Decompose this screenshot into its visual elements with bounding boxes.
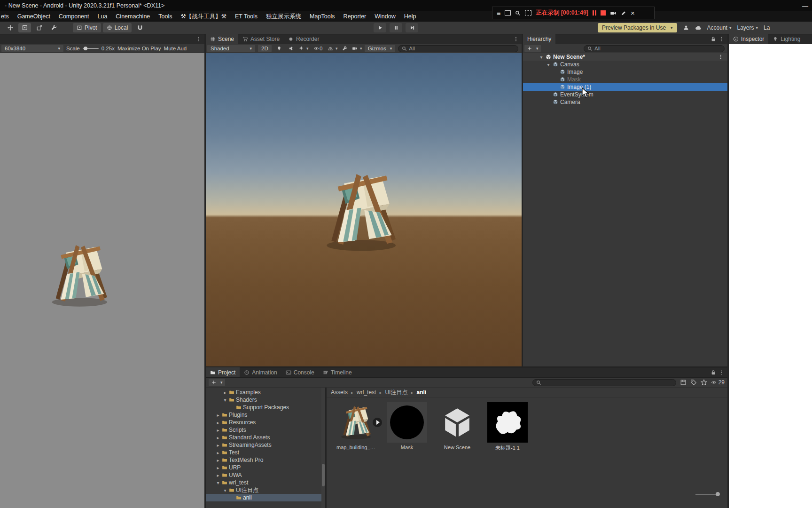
2d-toggle-button[interactable]: 2D bbox=[258, 45, 272, 52]
expand-arrow-icon[interactable]: ▸ bbox=[216, 443, 220, 448]
hierarchy-item-image-1-[interactable]: Image (1) bbox=[523, 83, 727, 91]
menu-item[interactable]: Cinemachine bbox=[111, 11, 154, 22]
search-by-label-icon[interactable] bbox=[690, 379, 697, 386]
expand-arrow-icon[interactable]: ▸ bbox=[223, 390, 227, 395]
tree-scrollbar-thumb[interactable] bbox=[322, 464, 325, 486]
scene-lighting-toggle[interactable] bbox=[274, 45, 284, 52]
folder-item-streamingassets[interactable]: ▸StreamingAssets bbox=[206, 441, 325, 449]
expand-arrow-icon[interactable]: ▸ bbox=[216, 420, 220, 425]
account-dropdown[interactable]: Account bbox=[707, 24, 732, 31]
stop-recording-button[interactable] bbox=[601, 10, 606, 16]
expand-arrow-icon[interactable]: ▾ bbox=[223, 488, 227, 493]
shading-mode-dropdown[interactable]: Shaded bbox=[207, 45, 255, 52]
effects-dropdown[interactable] bbox=[299, 45, 308, 52]
pause-button[interactable] bbox=[390, 23, 402, 32]
folder-item-ui-[interactable]: ▾UI注目点 bbox=[206, 486, 325, 494]
expand-arrow-icon[interactable]: ▸ bbox=[216, 413, 220, 418]
folder-item-urp[interactable]: ▸URP bbox=[206, 464, 325, 471]
folder-item-resources[interactable]: ▸Resources bbox=[206, 419, 325, 426]
favorites-icon[interactable] bbox=[701, 379, 707, 386]
menu-item[interactable]: 独立展示系统 bbox=[262, 11, 305, 22]
component-tools-button[interactable] bbox=[340, 45, 350, 52]
breadcrumb-item[interactable]: wrl_test bbox=[357, 389, 385, 396]
play-button[interactable] bbox=[374, 23, 386, 32]
tree-scrollbar[interactable] bbox=[321, 388, 325, 508]
menu-item[interactable]: ⚒【战斗工具】⚒ bbox=[177, 11, 231, 22]
menu-item[interactable]: ET Tools bbox=[231, 11, 262, 22]
menu-item[interactable]: Help bbox=[400, 11, 421, 22]
asset-item[interactable]: New Scene bbox=[437, 402, 477, 452]
hierarchy-item-eventsystem[interactable]: EventSystem bbox=[523, 91, 727, 98]
scale-slider[interactable] bbox=[83, 48, 99, 49]
tab-scene[interactable]: Scene bbox=[206, 34, 238, 44]
menu-item[interactable]: Window bbox=[370, 11, 399, 22]
search-by-type-icon[interactable] bbox=[680, 379, 687, 386]
annotate-pencil-icon[interactable] bbox=[621, 10, 626, 16]
gizmos-dropdown[interactable]: Gizmos bbox=[365, 45, 396, 52]
screenshot-camera-icon[interactable] bbox=[610, 10, 617, 16]
hierarchy-search-input[interactable]: All bbox=[584, 45, 725, 52]
hierarchy-item-image[interactable]: Image bbox=[523, 68, 727, 76]
expand-arrow-icon[interactable]: ▸ bbox=[216, 435, 220, 440]
folder-item-support-packages[interactable]: Support Packages bbox=[206, 404, 325, 411]
tent-sprite-scene[interactable] bbox=[316, 165, 410, 259]
project-search-input[interactable] bbox=[532, 379, 676, 386]
folder-item-wrl-test[interactable]: ▾wrl_test bbox=[206, 479, 325, 486]
layout-dropdown[interactable]: La bbox=[764, 24, 772, 31]
menu-item[interactable]: ets bbox=[0, 11, 13, 22]
pane-menu-icon[interactable] bbox=[719, 36, 725, 42]
folder-item-test[interactable]: ▸Test bbox=[206, 449, 325, 456]
lock-icon[interactable] bbox=[710, 36, 716, 42]
expand-arrow-icon[interactable]: ▸ bbox=[216, 450, 220, 455]
tab-timeline[interactable]: Timeline bbox=[319, 367, 356, 377]
folder-item-uwa[interactable]: ▸UWA bbox=[206, 471, 325, 479]
lock-icon[interactable] bbox=[710, 370, 716, 375]
transform-tool-button[interactable] bbox=[33, 23, 46, 32]
menu-item[interactable]: Tools bbox=[154, 11, 176, 22]
collab-icon[interactable] bbox=[683, 24, 689, 31]
scene-camera-dropdown[interactable] bbox=[352, 45, 362, 52]
expand-arrow-icon[interactable]: ▸ bbox=[216, 428, 220, 433]
folder-item-standard-assets[interactable]: ▸Standard Assets bbox=[206, 434, 325, 441]
scale-slider-knob[interactable] bbox=[84, 47, 87, 50]
menu-item[interactable]: Reporter bbox=[339, 11, 371, 22]
recorder-menu-icon[interactable]: ≡ bbox=[497, 9, 500, 17]
context-menu-icon[interactable] bbox=[718, 54, 724, 60]
menu-item[interactable]: Component bbox=[55, 11, 94, 22]
rect-tool-button[interactable] bbox=[18, 23, 31, 32]
tab-hierarchy[interactable]: Hierarchy bbox=[523, 34, 555, 44]
pane-menu-icon[interactable] bbox=[196, 36, 202, 42]
tab-inspector[interactable]: Inspector bbox=[729, 34, 768, 44]
mute-audio-toggle[interactable]: Mute Aud bbox=[164, 46, 187, 51]
asset-item[interactable]: map_building_100... bbox=[336, 402, 377, 452]
cloud-icon[interactable] bbox=[695, 24, 702, 31]
breadcrumb-item[interactable]: UI注目点 bbox=[385, 389, 416, 397]
tab-asset-store[interactable]: Asset Store bbox=[238, 34, 284, 44]
tab-project[interactable]: Project bbox=[206, 367, 240, 377]
layers-dropdown[interactable]: Layers bbox=[737, 24, 758, 31]
tab-console[interactable]: Console bbox=[281, 367, 319, 377]
recorder-close-icon[interactable]: × bbox=[631, 9, 635, 16]
menu-item[interactable]: Lua bbox=[93, 11, 111, 22]
grid-snap-button[interactable] bbox=[133, 23, 146, 32]
local-toggle-button[interactable]: Local bbox=[103, 23, 132, 32]
scene-audio-toggle[interactable] bbox=[287, 45, 296, 52]
menu-item[interactable]: GameObject bbox=[13, 11, 55, 22]
maximize-on-play-toggle[interactable]: Maximize On Play bbox=[117, 46, 161, 51]
recorder-window-icon[interactable] bbox=[505, 10, 511, 16]
thumbnail-zoom-slider[interactable] bbox=[695, 492, 719, 497]
menu-item[interactable]: MapTools bbox=[305, 11, 339, 22]
minimize-button[interactable]: — bbox=[802, 0, 808, 11]
move-tool-button[interactable] bbox=[4, 23, 16, 32]
pivot-toggle-button[interactable]: Pivot bbox=[73, 23, 101, 32]
hierarchy-item-mask[interactable]: Mask bbox=[523, 76, 727, 83]
game-view[interactable] bbox=[0, 53, 204, 508]
breadcrumb-item[interactable]: Assets bbox=[331, 389, 357, 396]
expand-arrow-icon[interactable]: ▸ bbox=[216, 465, 220, 470]
step-button[interactable] bbox=[406, 23, 418, 32]
hierarchy-item-camera[interactable]: Camera bbox=[523, 98, 727, 106]
expand-arrow-icon[interactable]: ▾ bbox=[539, 55, 544, 60]
tab-recorder[interactable]: Recorder bbox=[284, 34, 323, 44]
create-object-button[interactable] bbox=[524, 45, 541, 52]
hierarchy-item-canvas[interactable]: ▾Canvas bbox=[523, 61, 727, 68]
